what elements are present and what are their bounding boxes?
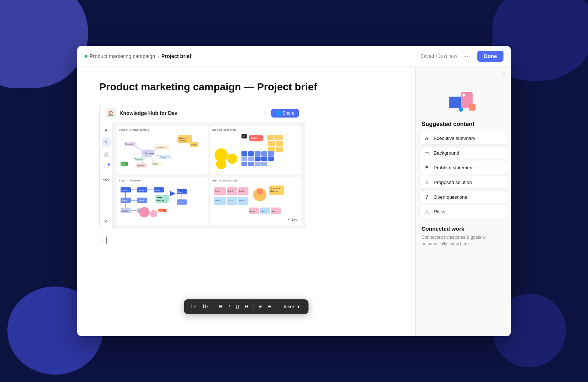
embedded-preview: 🏠 Knowledge Hub for Dev ☆ 🌐 Share ▲ ↖ ⬜ — [99, 104, 305, 229]
preview-header: 🏠 Knowledge Hub for Dev ☆ 🌐 Share — [100, 104, 305, 122]
breadcrumb: Product marketing campaign › Project bri… — [85, 53, 191, 59]
collapse-panel-button[interactable]: →| — [499, 71, 506, 77]
preview-app-title: Knowledge Hub for Dev — [119, 110, 259, 116]
preview-tool-cursor: ↖ — [102, 138, 111, 147]
editor-pane: Product marketing campaign — Project bri… — [77, 66, 415, 336]
breadcrumb-parent: Product marketing campaign — [90, 53, 155, 59]
preview-share-button[interactable]: 🌐 Share — [271, 109, 299, 118]
svg-text:Audience: Audience — [135, 158, 143, 160]
executive-summary-label: Executive summary — [434, 136, 475, 141]
content-area: Product marketing campaign — Project bri… — [77, 66, 511, 336]
svg-rect-44 — [268, 151, 274, 156]
add-block-button[interactable]: + — [99, 237, 103, 244]
more-options-button[interactable]: ··· — [462, 51, 472, 61]
svg-text:Deploy: Deploy — [178, 191, 183, 193]
svg-text:backup: backup — [157, 199, 164, 202]
h2-button[interactable]: H2 — [201, 302, 211, 311]
suggested-item-open-questions[interactable]: ? Open questions — [419, 190, 507, 203]
step5-label: Step 5: Workshop — [212, 179, 299, 182]
svg-text:Marketing: Marketing — [179, 137, 188, 139]
preview-tool-frame: ⬜ — [102, 150, 111, 159]
suggested-item-proposed-solution[interactable]: ☆ Proposed solution — [419, 176, 507, 189]
svg-text:Goal 1: Goal 1 — [215, 190, 220, 192]
svg-point-100 — [257, 189, 263, 195]
app-home-icon: 🏠 — [105, 108, 116, 118]
svg-rect-52 — [255, 162, 261, 166]
scheme-visual: Joanna Dev team Review Testing — [119, 184, 200, 220]
svg-point-39 — [216, 159, 226, 169]
numbered-list-button[interactable]: ≣ — [265, 303, 274, 310]
svg-rect-53 — [261, 162, 267, 166]
text-formatting-toolbar: H1 H2 B I U S ≡ ≣ Insert ▾ — [184, 299, 308, 314]
preview-tool-dot-nav: · — [102, 205, 111, 213]
underline-button[interactable]: U — [233, 303, 241, 310]
italic-button[interactable]: I — [226, 303, 232, 310]
svg-text:Testing: Testing — [121, 199, 127, 202]
preview-tool-more: ··· — [102, 163, 111, 172]
suggested-item-executive-summary[interactable]: A Executive summary — [419, 132, 507, 145]
svg-rect-31 — [267, 135, 275, 140]
breadcrumb-separator: › — [157, 53, 159, 59]
svg-text:Goal 3: Goal 3 — [239, 190, 244, 192]
preview-tool-back: ⋘ — [102, 175, 111, 184]
preview-sidebar: ▲ ↖ ⬜ ··· ⋘ · >> — [100, 122, 113, 229]
svg-point-84 — [150, 210, 157, 217]
svg-rect-113 — [469, 104, 476, 111]
strikethrough-button[interactable]: S — [243, 303, 251, 310]
header-actions: Saved • Just now ··· Done — [420, 51, 503, 62]
svg-rect-35 — [268, 147, 275, 152]
svg-rect-33 — [268, 141, 275, 146]
svg-marker-77 — [170, 191, 176, 196]
bg-decoration-tl — [0, 0, 88, 88]
risks-label: Risks — [434, 209, 445, 215]
svg-text:Report: Report — [272, 210, 277, 212]
suggested-content-title: Suggested content — [416, 121, 511, 132]
suggested-item-risks[interactable]: △ Risks — [419, 205, 507, 218]
done-button[interactable]: Done — [477, 51, 503, 62]
bold-button[interactable]: B — [217, 303, 225, 310]
h1-button[interactable]: H1 — [189, 302, 199, 311]
background-label: Background — [434, 150, 459, 156]
svg-text:✉: ✉ — [243, 135, 244, 137]
svg-rect-46 — [248, 156, 254, 161]
toolbar-separator-1 — [214, 303, 214, 310]
svg-text:Task B: Task B — [227, 199, 233, 202]
svg-rect-48 — [261, 156, 267, 161]
canvas-workshop: Step 5: Workshop Goal 1 Goal 2 — [210, 177, 301, 225]
insert-button[interactable]: Insert ▾ — [280, 302, 304, 311]
suggested-item-problem-statement[interactable]: ⚑ Problem statement — [419, 161, 507, 174]
text-cursor — [106, 237, 107, 244]
canvas-brainstorm: Step 1: Brainstorming Marketing planning… — [116, 126, 208, 174]
insert-arrow-icon: ▾ — [297, 304, 300, 309]
svg-text:Channels: Channels — [156, 147, 164, 149]
toolbar-separator-2 — [253, 303, 254, 310]
svg-text:Monitor: Monitor — [178, 201, 184, 203]
svg-text:Diga: Diga — [159, 210, 163, 212]
svg-rect-47 — [255, 156, 261, 161]
toolbar-separator-3 — [277, 303, 277, 310]
svg-text:Content: Content — [160, 156, 166, 158]
svg-text:Metrics: Metrics — [152, 163, 158, 165]
breadcrumb-current: Project brief — [161, 53, 191, 59]
insert-label: Insert — [284, 304, 296, 309]
save-status: Saved • Just now — [420, 53, 457, 59]
svg-text:Chat: Chat — [121, 163, 125, 165]
svg-rect-45 — [241, 156, 247, 161]
percent-badge: < 1% — [288, 217, 297, 221]
suggested-item-background[interactable]: ▭ Background — [419, 146, 507, 159]
svg-text:Task A: Task A — [215, 199, 220, 202]
svg-text:Dev team: Dev team — [138, 189, 146, 191]
canvas-scheme: Step 4: Scheme Joanna Dev team Revi — [116, 177, 208, 225]
svg-text:efficiency: efficiency — [270, 190, 278, 192]
step1-label: Step 1: Brainstorming — [119, 128, 205, 131]
proposed-solution-icon: ☆ — [423, 179, 430, 185]
background-icon: ▭ — [423, 150, 430, 156]
cursor-line: + — [99, 237, 393, 244]
header-bar: Product marketing campaign › Project bri… — [77, 46, 511, 66]
preview-tool-dot — [108, 163, 110, 166]
bullet-list-button[interactable]: ≡ — [257, 303, 264, 310]
svg-text:Increase the: Increase the — [270, 187, 280, 190]
connected-work-section: Connected work Connected milestones & go… — [416, 218, 511, 253]
preview-star-icon: ☆ — [263, 110, 268, 116]
svg-rect-32 — [275, 135, 283, 140]
